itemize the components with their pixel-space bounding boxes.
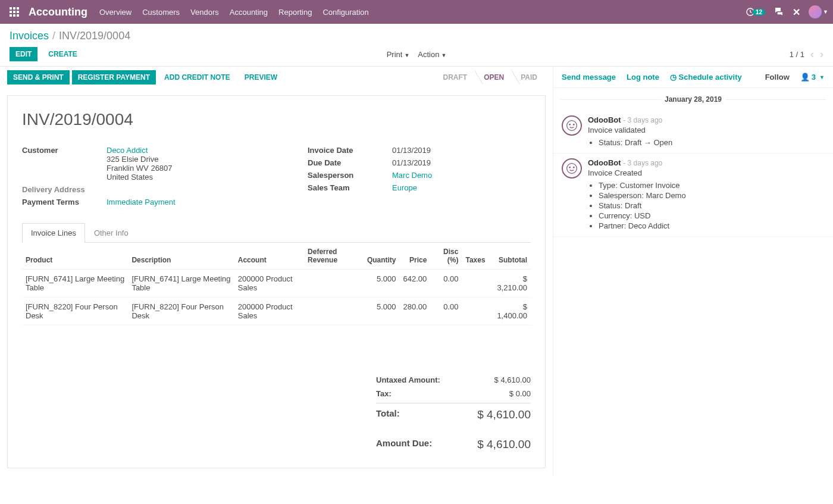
schedule-activity-button[interactable]: ◷ Schedule activity bbox=[670, 73, 742, 82]
customer-addr1: 325 Elsie Drive bbox=[107, 155, 272, 164]
avatar bbox=[809, 5, 822, 18]
user-icon: 👤 bbox=[800, 73, 810, 82]
bot-avatar-icon bbox=[562, 115, 582, 136]
total-value: $ 4,610.00 bbox=[477, 408, 531, 421]
debug-icon[interactable]: ✕ bbox=[793, 7, 800, 18]
breadcrumb-parent[interactable]: Invoices bbox=[10, 30, 49, 42]
preview-button[interactable]: PREVIEW bbox=[239, 70, 283, 84]
bot-avatar-icon bbox=[562, 158, 582, 179]
totals: Untaxed Amount:$ 4,610.00 Tax:$ 0.00 Tot… bbox=[376, 373, 531, 453]
send-message-button[interactable]: Send message bbox=[562, 73, 616, 82]
add-credit-note-button[interactable]: ADD CREDIT NOTE bbox=[158, 70, 236, 84]
nav-overview[interactable]: Overview bbox=[99, 8, 131, 17]
total-label: Total: bbox=[376, 408, 400, 421]
nav-configuration[interactable]: Configuration bbox=[322, 8, 368, 17]
nav-customers[interactable]: Customers bbox=[142, 8, 180, 17]
follow-button[interactable]: Follow bbox=[765, 73, 790, 82]
status-bar: DRAFT OPEN PAID bbox=[435, 71, 546, 84]
topbar: Accounting Overview Customers Vendors Ac… bbox=[0, 0, 833, 24]
invoice-date-label: Invoice Date bbox=[308, 146, 385, 155]
message-author: OdooBot bbox=[588, 158, 621, 167]
customer-name[interactable]: Deco Addict bbox=[107, 146, 272, 155]
pager-prev-icon[interactable]: ‹ bbox=[810, 49, 814, 60]
sales-team-label: Sales Team bbox=[308, 183, 385, 192]
svg-point-5 bbox=[569, 167, 571, 168]
actionbar: EDIT CREATE Print▼ Action▼ 1 / 1 ‹ › bbox=[0, 45, 833, 67]
th-product: Product bbox=[22, 243, 128, 270]
activity-icon[interactable]: 12 bbox=[746, 7, 765, 17]
message: OdooBot - 3 days ago Invoice CreatedType… bbox=[553, 154, 833, 237]
breadcrumb-current: INV/2019/0004 bbox=[59, 30, 130, 42]
message-subtitle: Invoice Created bbox=[588, 168, 825, 177]
create-button[interactable]: CREATE bbox=[42, 47, 83, 61]
due-date: 01/13/2019 bbox=[392, 158, 432, 167]
tab-invoice-lines[interactable]: Invoice Lines bbox=[22, 223, 85, 243]
payment-terms-label: Payment Terms bbox=[22, 198, 99, 206]
tab-other-info[interactable]: Other Info bbox=[85, 223, 137, 242]
nav-vendors[interactable]: Vendors bbox=[190, 8, 219, 17]
th-disc: Disc (%) bbox=[430, 243, 462, 270]
app-title[interactable]: Accounting bbox=[29, 6, 87, 18]
message-author: OdooBot bbox=[588, 115, 621, 124]
svg-point-3 bbox=[574, 124, 575, 126]
edit-button[interactable]: EDIT bbox=[10, 47, 37, 61]
send-print-button[interactable]: SEND & PRINT bbox=[7, 70, 70, 84]
nav-reporting[interactable]: Reporting bbox=[278, 8, 312, 17]
form-sheet: INV/2019/0004 Customer Deco Addict 325 E… bbox=[7, 95, 546, 468]
message-item: Type: Customer Invoice bbox=[599, 181, 825, 190]
action-dropdown[interactable]: Action▼ bbox=[418, 50, 446, 59]
th-quantity: Quantity bbox=[364, 243, 400, 270]
log-note-button[interactable]: Log note bbox=[627, 73, 659, 82]
tax-label: Tax: bbox=[376, 389, 392, 398]
status-draft[interactable]: DRAFT bbox=[435, 71, 476, 84]
message-subtitle: Invoice validated bbox=[588, 126, 825, 134]
tabs: Invoice Lines Other Info bbox=[22, 223, 531, 243]
invoice-lines-table: Product Description Account Deferred Rev… bbox=[22, 243, 531, 325]
status-open[interactable]: OPEN bbox=[475, 71, 512, 84]
register-payment-button[interactable]: REGISTER PAYMENT bbox=[72, 70, 156, 84]
nav-accounting[interactable]: Accounting bbox=[230, 8, 268, 17]
invoice-date: 01/13/2019 bbox=[392, 146, 432, 155]
payment-terms[interactable]: Immediate Payment bbox=[107, 198, 272, 206]
th-subtotal: Subtotal bbox=[489, 243, 531, 270]
customer-label: Customer bbox=[22, 146, 99, 181]
chevron-down-icon: ▼ bbox=[823, 9, 828, 15]
message-time: - 3 days ago bbox=[623, 116, 662, 124]
message-item: Status: Draft → Open bbox=[599, 138, 825, 147]
clock-icon: ◷ bbox=[670, 73, 677, 82]
pager-next-icon[interactable]: › bbox=[820, 49, 823, 60]
due-label: Amount Due: bbox=[376, 438, 432, 451]
activity-badge: 12 bbox=[753, 9, 765, 15]
chatter: Send message Log note ◷ Schedule activit… bbox=[553, 67, 833, 475]
status-paid[interactable]: PAID bbox=[512, 71, 546, 84]
svg-point-2 bbox=[569, 124, 571, 126]
sales-team[interactable]: Europe bbox=[392, 183, 432, 192]
svg-point-1 bbox=[567, 121, 577, 131]
customer-addr3: United States bbox=[107, 173, 272, 181]
date-separator: January 28, 2019 bbox=[553, 88, 833, 111]
nav-menu: Overview Customers Vendors Accounting Re… bbox=[99, 8, 369, 17]
svg-point-4 bbox=[567, 164, 577, 174]
message-time: - 3 days ago bbox=[623, 159, 662, 167]
message-item: Partner: Deco Addict bbox=[599, 221, 825, 230]
svg-point-6 bbox=[574, 167, 575, 168]
message-item: Status: Draft bbox=[599, 201, 825, 210]
user-menu[interactable]: ▼ bbox=[809, 5, 828, 18]
followers-count[interactable]: 👤3▼ bbox=[800, 73, 825, 82]
pager-count: 1 / 1 bbox=[790, 50, 804, 59]
salesperson[interactable]: Marc Demo bbox=[392, 171, 432, 180]
table-row[interactable]: [FURN_6741] Large Meeting Table[FURN_674… bbox=[22, 270, 531, 298]
table-row[interactable]: [FURN_8220] Four Person Desk[FURN_8220] … bbox=[22, 298, 531, 325]
form-buttons: SEND & PRINT REGISTER PAYMENT ADD CREDIT… bbox=[0, 67, 553, 88]
delivery-label: Delivery Address bbox=[22, 185, 99, 194]
th-price: Price bbox=[400, 243, 431, 270]
apps-icon[interactable] bbox=[5, 2, 24, 21]
conversations-icon[interactable] bbox=[774, 6, 784, 18]
print-dropdown[interactable]: Print▼ bbox=[387, 50, 410, 59]
pager: 1 / 1 ‹ › bbox=[790, 49, 823, 60]
invoice-number: INV/2019/0004 bbox=[22, 110, 531, 129]
due-date-label: Due Date bbox=[308, 158, 385, 167]
message-item: Salesperson: Marc Demo bbox=[599, 191, 825, 200]
breadcrumb: Invoices / INV/2019/0004 bbox=[0, 24, 833, 45]
topbar-right: 12 ✕ ▼ bbox=[746, 5, 828, 18]
